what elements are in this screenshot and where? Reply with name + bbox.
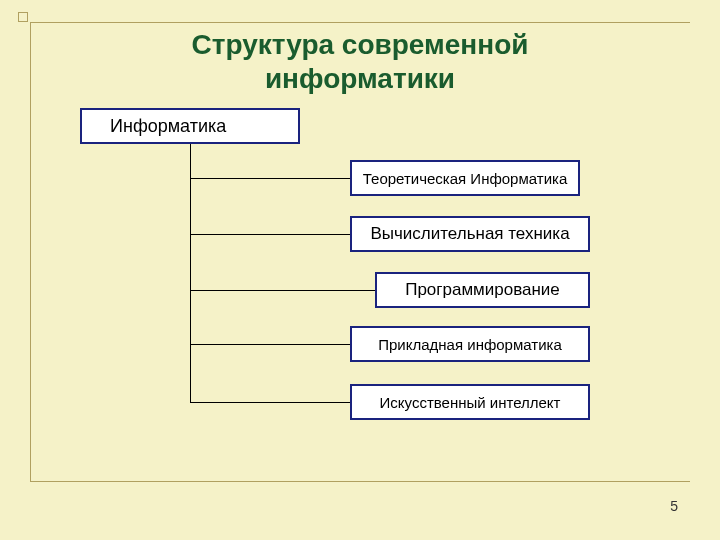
bottom-divider [30,481,690,482]
diagram-child-programming: Программирование [375,272,590,308]
title-line-1: Структура современной [0,28,720,62]
corner-decoration [18,12,28,22]
child-label-5: Искусственный интеллект [380,394,561,411]
title-line-2: информатики [0,62,720,96]
child-label-4: Прикладная информатика [378,336,562,353]
child-label-3: Программирование [405,280,560,300]
slide-title: Структура современной информатики [0,28,720,95]
connector-vertical [190,144,191,402]
connector-h1 [190,178,350,179]
root-label: Информатика [110,116,226,137]
connector-h3 [190,290,375,291]
page-number: 5 [670,498,678,514]
connector-h5 [190,402,350,403]
diagram-root-box: Информатика [80,108,300,144]
diagram-child-theoretical: Теоретическая Информатика [350,160,580,196]
diagram-child-applied: Прикладная информатика [350,326,590,362]
diagram-child-computing: Вычислительная техника [350,216,590,252]
child-label-1: Теоретическая Информатика [363,170,568,187]
connector-h4 [190,344,350,345]
diagram-child-ai: Искусственный интеллект [350,384,590,420]
child-label-2: Вычислительная техника [370,224,569,244]
connector-h2 [190,234,350,235]
